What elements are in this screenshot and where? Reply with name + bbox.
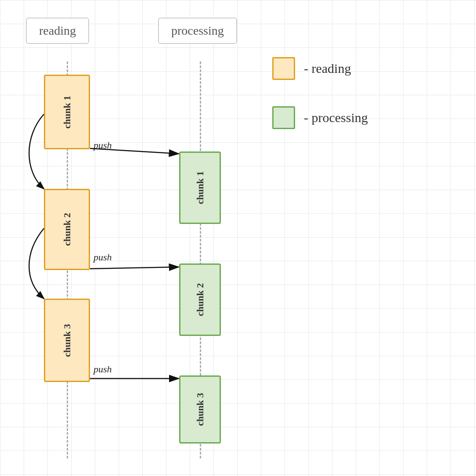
legend-label-reading: - reading	[304, 61, 351, 76]
legend-box-reading	[272, 57, 295, 80]
legend-box-processing	[272, 106, 295, 129]
chunk-reading-2: chunk 2	[44, 189, 90, 270]
chunk-reading-1: chunk 1	[44, 75, 90, 149]
chunk-processing-3: chunk 3	[179, 375, 221, 444]
chunk-processing-2: chunk 2	[179, 263, 221, 336]
legend: - reading - processing	[272, 57, 368, 155]
chunk-reading-3: chunk 3	[44, 299, 90, 382]
legend-item-processing: - processing	[272, 106, 368, 129]
diagram: reading processing chunk 1 chunk 2 chunk…	[0, 0, 476, 476]
lane-header-processing: processing	[158, 18, 237, 44]
push-label-2: push	[94, 252, 112, 263]
push-label-1: push	[94, 140, 112, 151]
svg-line-3	[90, 267, 179, 269]
legend-item-reading: - reading	[272, 57, 368, 80]
push-label-3: push	[94, 364, 112, 375]
lane-header-reading: reading	[26, 18, 89, 44]
chunk-processing-1: chunk 1	[179, 151, 221, 224]
legend-label-processing: - processing	[304, 110, 368, 125]
